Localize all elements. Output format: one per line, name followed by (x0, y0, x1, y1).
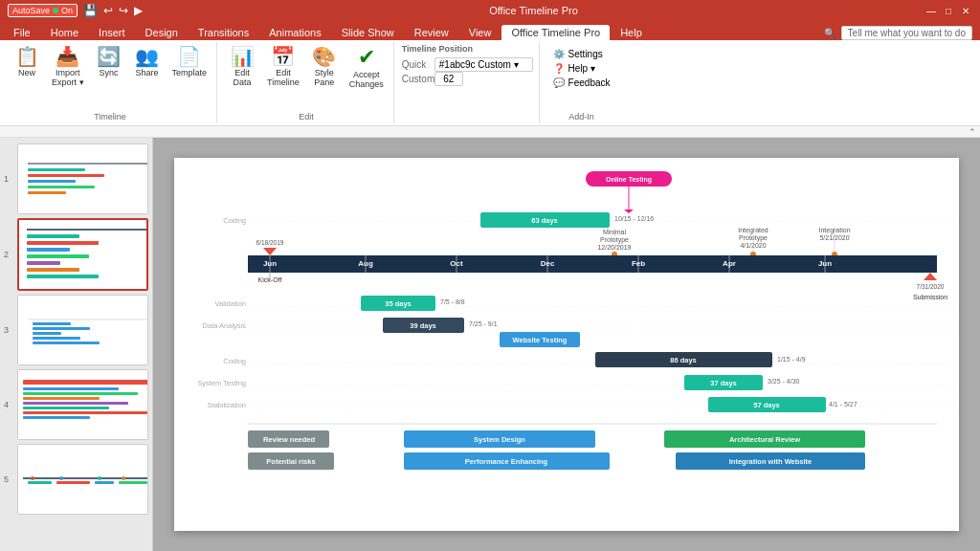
tab-design[interactable]: Design (136, 25, 188, 40)
quick-value: #1abc9c (439, 59, 476, 70)
tab-insert[interactable]: Insert (89, 25, 135, 40)
settings-label: Settings (568, 49, 603, 59)
ribbon-group-addin: ⚙️ Settings ❓ Help ▾ 💬 Feedback Add-In (542, 42, 622, 123)
svg-point-38 (31, 476, 34, 480)
sync-button[interactable]: 🔄 Sync (92, 44, 126, 80)
sync-icon: 🔄 (97, 47, 121, 66)
help-label: Help ▾ (568, 63, 595, 74)
edit-data-button[interactable]: 📊 EditData (225, 44, 259, 90)
tab-home[interactable]: Home (41, 25, 88, 40)
svg-rect-14 (27, 275, 99, 278)
settings-item[interactable]: ⚙️ Settings (551, 48, 612, 60)
slide-num-1: 1 (4, 174, 13, 184)
new-button[interactable]: 📋 New (10, 44, 44, 80)
close-btn[interactable]: ✕ (959, 4, 972, 17)
svg-point-39 (59, 476, 63, 480)
import-export-label: ImportExport ▾ (52, 68, 84, 87)
ribbon-group-timeline: 📋 New 📥 ImportExport ▾ 🔄 Sync 👥 Share 📄 … (4, 42, 217, 123)
quick-row: Quick #1abc9c Custom ▾ (402, 57, 533, 72)
svg-rect-30 (23, 411, 147, 414)
slide-thumb-3[interactable] (17, 295, 148, 365)
timeline-position-group-label (402, 120, 533, 121)
tab-help[interactable]: Help (611, 25, 652, 40)
svg-text:Submission: Submission (913, 294, 947, 300)
edit-group-label: Edit (225, 110, 388, 121)
svg-text:System Testing: System Testing (197, 379, 246, 387)
custom-input[interactable] (434, 72, 463, 86)
help-item[interactable]: ❓ Help ▾ (551, 62, 612, 75)
svg-rect-24 (23, 380, 147, 385)
timeline-group-label: Timeline (10, 110, 211, 121)
share-label: Share (136, 68, 159, 77)
new-icon: 📋 (15, 47, 39, 66)
quick-dropdown[interactable]: #1abc9c Custom ▾ (434, 57, 533, 72)
slide-preview-5 (18, 445, 147, 514)
slide-canvas[interactable]: Online Testing Coding 63 days 10/15 - 12… (174, 158, 959, 531)
tab-transitions[interactable]: Transitions (189, 25, 258, 40)
svg-rect-5 (28, 191, 66, 194)
svg-text:Performance Enhancing: Performance Enhancing (465, 457, 548, 466)
ribbon-group-edit: 📊 EditData 📅 EditTimeline 🎨 StylePane ✔ … (219, 42, 394, 123)
autosave-badge[interactable]: AutoSave On (8, 4, 78, 17)
slide-thumb-1[interactable] (17, 143, 148, 214)
undo-icon[interactable]: ↩ (103, 4, 113, 17)
svg-rect-0 (18, 144, 147, 213)
slide-thumb-4[interactable] (17, 369, 148, 440)
svg-text:Website Testing: Website Testing (513, 336, 568, 344)
edit-timeline-button[interactable]: 📅 EditTimeline (263, 44, 303, 90)
template-button[interactable]: 📄 Template (168, 44, 212, 80)
present-icon[interactable]: ▶ (134, 4, 143, 17)
svg-rect-9 (27, 241, 99, 245)
slide-2-svg (19, 220, 146, 289)
svg-rect-4 (28, 186, 95, 188)
svg-rect-2 (28, 174, 104, 177)
edit-timeline-label: EditTimeline (267, 68, 300, 87)
share-button[interactable]: 👥 Share (130, 44, 165, 80)
tab-review[interactable]: Review (405, 25, 458, 40)
slide-1-svg (18, 144, 147, 213)
svg-text:7/5 - 8/8: 7/5 - 8/8 (440, 298, 465, 305)
svg-rect-31 (23, 416, 90, 419)
import-export-button[interactable]: 📥 ImportExport ▾ (48, 44, 88, 90)
redo-icon[interactable]: ↪ (119, 4, 128, 17)
minimize-btn[interactable]: — (924, 4, 938, 17)
save-icon[interactable]: 💾 (83, 4, 98, 17)
edit-data-icon: 📊 (231, 47, 255, 66)
slide-panel: 1 2 (0, 138, 153, 551)
svg-rect-11 (27, 254, 89, 258)
collapse-bar[interactable]: ⌃ (0, 126, 980, 138)
ribbon-group-timeline-position: Timeline Position Quick #1abc9c Custom ▾… (396, 42, 540, 123)
accept-changes-icon: ✔ (358, 47, 375, 68)
sync-label: Sync (100, 68, 119, 77)
slide-thumb-5[interactable] (17, 444, 148, 515)
svg-text:35 days: 35 days (385, 299, 412, 308)
help-icon: ❓ (553, 63, 565, 74)
feedback-item[interactable]: 💬 Feedback (551, 77, 612, 89)
tab-office-timeline-pro[interactable]: Office Timeline Pro (501, 25, 610, 40)
timeline-position-label: Timeline Position (402, 44, 473, 54)
style-pane-button[interactable]: 🎨 StylePane (307, 44, 342, 90)
svg-rect-34 (28, 481, 52, 484)
tab-slideshow[interactable]: Slide Show (332, 25, 404, 40)
window-controls: — □ ✕ (924, 4, 972, 17)
svg-text:Data Analysis: Data Analysis (203, 321, 247, 330)
svg-text:Stabilization: Stabilization (208, 401, 246, 409)
collapse-icon[interactable]: ⌃ (969, 127, 976, 137)
feedback-label: Feedback (568, 77, 611, 88)
addin-group-label: Add-In (547, 110, 616, 121)
search-placeholder: Tell me what you want to do (848, 28, 966, 38)
tab-view[interactable]: View (459, 25, 501, 40)
svg-rect-35 (56, 481, 90, 484)
svg-text:1/15 - 4/9: 1/15 - 4/9 (777, 356, 806, 363)
svg-text:39 days: 39 days (410, 321, 436, 330)
slide-thumb-2[interactable] (17, 218, 148, 291)
svg-rect-21 (33, 337, 80, 340)
svg-text:Online Testing: Online Testing (606, 176, 652, 184)
accept-changes-button[interactable]: ✔ AcceptChanges (345, 44, 388, 92)
search-bar[interactable]: Tell me what you want to do (841, 26, 972, 40)
tab-file[interactable]: File (4, 25, 40, 40)
edit-timeline-icon: 📅 (271, 47, 295, 66)
svg-text:3/25 - 4/30: 3/25 - 4/30 (768, 378, 800, 385)
tab-animations[interactable]: Animations (259, 25, 330, 40)
maximize-btn[interactable]: □ (942, 4, 955, 17)
